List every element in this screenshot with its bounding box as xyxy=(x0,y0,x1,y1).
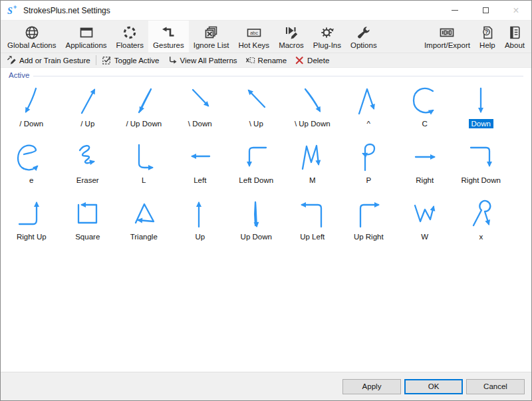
actionbar-button-view-all-patterns[interactable]: View All Patterns xyxy=(164,53,241,67)
gesture-label: Triangle xyxy=(128,232,160,241)
gesture-item-backslash-down[interactable]: \ Down xyxy=(172,83,229,140)
toolbar-item-label: Hot Keys xyxy=(238,41,269,49)
toolbar-item-label: Applications xyxy=(66,41,107,49)
gesture-label: P xyxy=(363,176,374,185)
gesture-item-backslash-up-down[interactable]: \ Up Down xyxy=(285,83,341,140)
window-icon xyxy=(78,25,94,41)
active-group-label: Active xyxy=(9,71,29,79)
toolbar-item-importslash-export[interactable]: Import/Export xyxy=(420,21,475,53)
gesture-item-e[interactable]: e xyxy=(3,140,60,196)
gesture-item-right-up[interactable]: Right Up xyxy=(3,196,60,253)
gesture-item-square[interactable]: Square xyxy=(60,196,116,253)
gesture-item-left-down[interactable]: Left Down xyxy=(228,140,285,196)
gesture-stroke-icon xyxy=(10,140,53,175)
toolbar-item-applications[interactable]: Applications xyxy=(61,21,112,53)
toolbar-item-label: Help xyxy=(479,41,495,49)
gesture-stroke-icon xyxy=(179,140,221,175)
gesture-item-c[interactable]: C xyxy=(397,83,454,140)
add-train-icon xyxy=(7,55,17,65)
gesture-item-up[interactable]: Up xyxy=(172,196,229,253)
gesture-item-up-down[interactable]: Up Down xyxy=(228,196,285,253)
globe-icon xyxy=(24,25,40,41)
gesture-item-x[interactable]: x xyxy=(453,196,509,253)
gesture-item-left[interactable]: Left xyxy=(172,140,229,196)
actionbar-button-toggle-active[interactable]: Toggle Active xyxy=(98,53,164,67)
close-button[interactable]: × xyxy=(501,1,531,20)
cancel-button[interactable]: Cancel xyxy=(466,379,525,394)
book-icon xyxy=(507,25,523,41)
active-group-header: Active xyxy=(1,68,531,79)
gesture-label: \ Down xyxy=(186,119,215,128)
svg-text:?: ? xyxy=(485,29,488,35)
gesture-stroke-icon xyxy=(291,197,334,231)
apply-button[interactable]: Apply xyxy=(342,379,401,394)
gesture-label: Up xyxy=(192,232,207,241)
actionbar-button-label: Rename xyxy=(258,57,287,65)
footer-bar: Apply OK Cancel xyxy=(1,372,531,400)
maximize-button[interactable] xyxy=(470,1,501,20)
gesture-stroke-icon xyxy=(460,84,502,118)
toolbar-item-gestures[interactable]: Gestures xyxy=(148,21,189,53)
gesture-label: x xyxy=(476,232,485,241)
gesture-action-bar: Add or Train GestureToggle ActiveView Al… xyxy=(1,53,531,68)
toolbar-item-help[interactable]: ?Help xyxy=(475,21,500,53)
gesture-item-slash-up[interactable]: / Up xyxy=(60,83,116,140)
actionbar-button-add-or-train-gesture[interactable]: Add or Train Gesture xyxy=(3,53,94,67)
svg-text:+: + xyxy=(13,5,17,11)
minimize-button[interactable] xyxy=(440,1,470,20)
toolbar-item-hot-keys[interactable]: abcHot Keys xyxy=(233,21,274,53)
gesture-item-triangle[interactable]: Triangle xyxy=(116,196,172,253)
gesture-item-right-down[interactable]: Right Down xyxy=(453,140,509,196)
gesture-item-caret[interactable]: ^ xyxy=(340,83,397,140)
gesture-item-m[interactable]: M xyxy=(285,140,341,196)
settings-window: S + StrokesPlus.net Settings × Global Ac… xyxy=(0,0,532,401)
toolbar-item-options[interactable]: Options xyxy=(346,21,382,53)
gesture-label: Up Left xyxy=(297,232,327,241)
window-title: StrokesPlus.net Settings xyxy=(23,6,110,15)
toggle-active-icon xyxy=(102,55,112,65)
gesture-stroke-icon xyxy=(179,197,221,231)
toolbar-item-plug-ins[interactable]: Plug-Ins xyxy=(309,21,346,53)
group-divider xyxy=(33,76,523,76)
gesture-stroke-icon xyxy=(235,84,277,118)
gesture-item-w[interactable]: W xyxy=(397,196,454,253)
toolbar-item-about[interactable]: About xyxy=(500,21,529,53)
toolbar-item-global-actions[interactable]: Global Actions xyxy=(3,21,61,53)
actionbar-button-label: View All Patterns xyxy=(180,57,237,65)
toolbar-item-floaters[interactable]: Floaters xyxy=(112,21,149,53)
delete-icon xyxy=(295,55,305,65)
toolbar-item-label: Gestures xyxy=(153,41,184,49)
toolbar-item-macros[interactable]: Macros xyxy=(274,21,309,53)
wrench-icon xyxy=(356,25,372,41)
gesture-item-right[interactable]: Right xyxy=(397,140,454,196)
actionbar-button-rename[interactable]: Rename xyxy=(241,53,291,67)
gesture-item-l[interactable]: L xyxy=(116,140,172,196)
gesture-stroke-icon xyxy=(347,140,390,175)
rename-icon xyxy=(245,55,255,65)
gesture-stroke-icon xyxy=(10,84,53,118)
gesture-item-eraser[interactable]: Eraser xyxy=(60,140,116,196)
gesture-stroke-icon xyxy=(66,84,109,118)
actionbar-separator xyxy=(96,55,96,65)
bent-arrow-icon xyxy=(160,25,176,41)
close-icon: × xyxy=(513,5,519,16)
gesture-stroke-icon xyxy=(291,84,334,118)
gesture-item-slash-down[interactable]: / Down xyxy=(3,83,60,140)
gesture-item-up-left[interactable]: Up Left xyxy=(285,196,341,253)
gesture-item-down[interactable]: Down xyxy=(453,83,509,140)
gesture-item-p[interactable]: P xyxy=(340,140,397,196)
gesture-item-up-right[interactable]: Up Right xyxy=(340,196,397,253)
gesture-label: / Up Down xyxy=(123,119,164,128)
ok-button[interactable]: OK xyxy=(404,379,463,394)
toolbar-item-label: Macros xyxy=(279,41,304,49)
app-logo-icon: S + xyxy=(7,5,19,17)
actionbar-button-label: Toggle Active xyxy=(114,57,160,65)
gesture-stroke-icon xyxy=(122,197,165,231)
gesture-label: L xyxy=(139,176,148,185)
toolbar-item-ignore-list[interactable]: Ignore List xyxy=(189,21,234,53)
gesture-item-backslash-up[interactable]: \ Up xyxy=(228,83,285,140)
gesture-stroke-icon xyxy=(460,140,502,175)
gesture-stroke-icon xyxy=(10,197,53,231)
actionbar-button-delete[interactable]: Delete xyxy=(291,53,333,67)
gesture-item-slash-up-down[interactable]: / Up Down xyxy=(116,83,172,140)
